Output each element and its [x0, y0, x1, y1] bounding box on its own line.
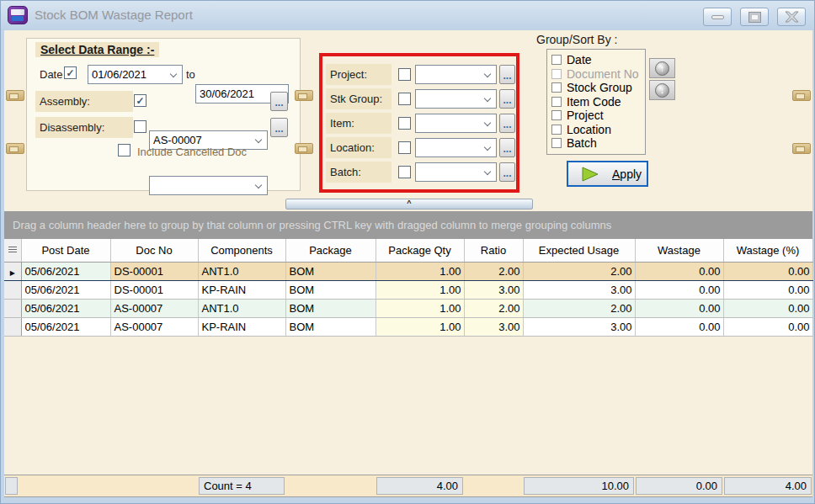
group-checkbox-date[interactable]: [551, 55, 562, 65]
disassembly-combo[interactable]: [149, 176, 268, 195]
more-button-batch[interactable]: ...: [499, 162, 515, 182]
cell-components[interactable]: ANT1.0: [198, 299, 285, 317]
cell-post-date[interactable]: 05/06/2021: [21, 280, 110, 299]
filter-checkbox-batch[interactable]: [398, 166, 411, 178]
cell-package[interactable]: BOM: [285, 299, 376, 317]
date-from-combo[interactable]: 01/06/2021: [88, 65, 183, 84]
splitter-grip[interactable]: [792, 90, 811, 101]
cell-package[interactable]: BOM: [285, 317, 376, 336]
row-selector[interactable]: [4, 299, 21, 317]
cell-components[interactable]: KP-RAIN: [198, 317, 285, 336]
group-checkbox-document-no[interactable]: [551, 69, 562, 79]
cell-wastage[interactable]: 0.00: [635, 317, 723, 336]
cell-wastage[interactable]: 0.00: [723, 262, 812, 280]
group-checkbox-item-code[interactable]: [551, 97, 562, 107]
cell-ratio[interactable]: 2.00: [464, 262, 523, 280]
collapse-splitter[interactable]: [285, 199, 533, 210]
cell-post-date[interactable]: 05/06/2021: [21, 299, 110, 317]
cell-expected-usage[interactable]: 3.00: [523, 317, 635, 336]
group-option-document-no[interactable]: Document No: [551, 67, 645, 82]
maximize-button[interactable]: [740, 8, 769, 26]
cell-package-qty[interactable]: 1.00: [376, 299, 464, 317]
cell-package-qty[interactable]: 1.00: [376, 317, 464, 336]
cell-wastage[interactable]: 0.00: [723, 280, 812, 299]
cell-doc-no[interactable]: DS-00001: [110, 262, 198, 280]
group-checkbox-stock-group[interactable]: [551, 82, 562, 93]
more-button-project[interactable]: ...: [499, 65, 515, 84]
filter-checkbox-item[interactable]: [398, 117, 411, 130]
filter-combo-project[interactable]: [415, 65, 497, 84]
cell-doc-no[interactable]: AS-00007: [110, 299, 198, 317]
cell-ratio[interactable]: 3.00: [464, 280, 523, 299]
cell-doc-no[interactable]: AS-00007: [110, 317, 198, 336]
filter-checkbox-stk-group[interactable]: [398, 93, 411, 105]
group-by-drop-zone[interactable]: Drag a column header here to group by th…: [4, 211, 812, 239]
filter-combo-batch[interactable]: [415, 162, 497, 182]
row-selector[interactable]: [4, 262, 21, 280]
move-up-button[interactable]: [649, 58, 675, 78]
cell-post-date[interactable]: 05/06/2021: [21, 317, 110, 336]
splitter-grip[interactable]: [295, 143, 313, 154]
group-checkbox-batch[interactable]: [551, 138, 562, 148]
cell-wastage[interactable]: 0.00: [723, 299, 812, 317]
column-header-expected-usage[interactable]: Expected Usage: [523, 239, 635, 262]
more-button-location[interactable]: ...: [499, 138, 515, 157]
group-checkbox-location[interactable]: [551, 125, 562, 135]
minimize-button[interactable]: [703, 8, 732, 26]
cell-components[interactable]: KP-RAIN: [198, 280, 285, 299]
column-header-components[interactable]: Components: [198, 239, 285, 262]
cell-wastage[interactable]: 0.00: [635, 280, 723, 299]
splitter-grip[interactable]: [295, 90, 313, 101]
group-option-location[interactable]: Location: [551, 123, 645, 137]
close-button[interactable]: [777, 8, 806, 26]
cell-post-date[interactable]: 05/06/2021: [21, 262, 110, 280]
move-down-button[interactable]: [649, 80, 675, 100]
assembly-more-button[interactable]: ...: [270, 92, 288, 111]
cell-components[interactable]: ANT1.0: [198, 262, 285, 280]
cell-package-qty[interactable]: 1.00: [376, 280, 464, 299]
cell-expected-usage[interactable]: 2.00: [523, 299, 635, 317]
cell-package[interactable]: BOM: [285, 280, 376, 299]
cell-ratio[interactable]: 2.00: [464, 299, 523, 317]
include-cancelled-checkbox[interactable]: [118, 144, 131, 157]
group-option-item-code[interactable]: Item Code: [551, 95, 645, 109]
splitter-grip[interactable]: [6, 143, 24, 154]
apply-button[interactable]: Apply: [567, 161, 648, 187]
cell-wastage[interactable]: 0.00: [635, 262, 723, 280]
filter-checkbox-location[interactable]: [398, 141, 411, 154]
more-button-stk-group[interactable]: ...: [499, 89, 515, 109]
cell-doc-no[interactable]: DS-00001: [110, 280, 198, 299]
splitter-grip[interactable]: [792, 143, 811, 154]
column-header-doc-no[interactable]: Doc No: [110, 239, 198, 262]
group-option-stock-group[interactable]: Stock Group: [551, 81, 645, 95]
group-option-date[interactable]: Date: [551, 53, 645, 67]
cell-package-qty[interactable]: 1.00: [376, 262, 464, 280]
more-button-item[interactable]: ...: [499, 114, 515, 133]
cell-expected-usage[interactable]: 2.00: [523, 262, 635, 280]
column-header-wastage[interactable]: Wastage: [635, 239, 723, 262]
group-option-batch[interactable]: Batch: [551, 136, 645, 151]
cell-ratio[interactable]: 3.00: [464, 317, 523, 336]
filter-combo-location[interactable]: [415, 138, 497, 157]
disassembly-checkbox[interactable]: [134, 120, 146, 133]
column-header-ratio[interactable]: Ratio: [464, 239, 523, 262]
column-header-wastage[interactable]: Wastage (%): [723, 239, 812, 262]
cell-package[interactable]: BOM: [285, 262, 376, 280]
cell-expected-usage[interactable]: 3.00: [523, 280, 635, 299]
filter-combo-stk-group[interactable]: [415, 89, 497, 109]
row-selector[interactable]: [4, 317, 21, 336]
row-selector[interactable]: [4, 280, 21, 299]
column-header-post-date[interactable]: Post Date: [21, 239, 110, 262]
cell-wastage[interactable]: 0.00: [723, 317, 812, 336]
column-chooser-header[interactable]: [4, 239, 21, 262]
cell-wastage[interactable]: 0.00: [635, 299, 723, 317]
splitter-grip[interactable]: [6, 90, 24, 101]
column-header-package[interactable]: Package: [285, 239, 376, 262]
disassembly-more-button[interactable]: ...: [270, 118, 288, 137]
date-checkbox[interactable]: [64, 66, 77, 79]
group-checkbox-project[interactable]: [551, 110, 562, 120]
assembly-checkbox[interactable]: [134, 94, 146, 107]
group-option-project[interactable]: Project: [551, 109, 645, 123]
filter-checkbox-project[interactable]: [398, 68, 411, 81]
filter-combo-item[interactable]: [415, 114, 497, 133]
